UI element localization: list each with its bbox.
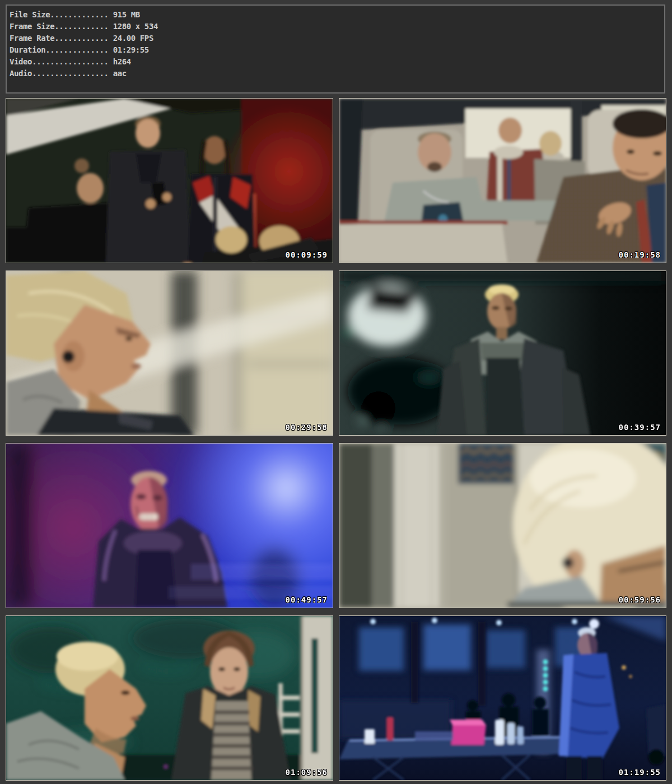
timestamp-overlay: 00:19:58: [619, 250, 661, 259]
timestamp-overlay: 00:59:56: [619, 595, 661, 604]
info-line-frame-rate: Frame Rate............ 24.00 FPS: [10, 32, 664, 44]
screenshot-thumb-8: 01:19:55: [339, 615, 666, 781]
media-info-panel: File Size............. 915 MB Frame Size…: [6, 4, 665, 94]
timestamp-overlay: 01:19:55: [619, 768, 661, 777]
scene-art-club: [6, 444, 333, 608]
info-line-video: Video................. h264: [10, 56, 664, 68]
scene-art-two-men: [6, 616, 333, 780]
timestamp-overlay: 00:09:59: [286, 250, 328, 259]
media-info-sheet: File Size............. 915 MB Frame Size…: [0, 0, 672, 784]
screenshot-thumb-7: 01:09:56: [6, 615, 333, 781]
info-line-duration: Duration.............. 01:29:55: [10, 44, 664, 56]
info-line-file-size: File Size............. 915 MB: [10, 9, 664, 21]
scene-art-dark-room: [6, 99, 333, 263]
screenshot-thumb-1: 00:09:59: [6, 98, 333, 263]
screenshot-thumb-6: 00:59:56: [339, 443, 666, 608]
screenshot-thumb-4: 00:39:57: [339, 270, 666, 436]
scene-art-garage: [339, 271, 666, 435]
screenshot-thumb-5: 00:49:57: [6, 443, 333, 608]
info-line-frame-size: Frame Size............ 1280 x 534: [10, 21, 664, 32]
timestamp-overlay: 00:29:58: [286, 423, 328, 432]
scene-art-profile-street: [6, 271, 333, 435]
timestamp-overlay: 00:39:57: [619, 423, 661, 432]
scene-art-door-head: [339, 444, 666, 608]
scene-art-night-yard: [339, 616, 666, 780]
info-line-audio: Audio................. aac: [10, 68, 664, 80]
timestamp-overlay: 00:49:57: [286, 595, 328, 604]
timestamp-overlay: 01:09:56: [286, 768, 328, 777]
screenshot-thumb-2: 00:19:58: [339, 98, 666, 263]
scene-art-car-interior: [339, 99, 666, 263]
screenshot-thumb-3: 00:29:58: [6, 270, 333, 436]
thumbnail-grid: 00:09:59: [6, 98, 666, 781]
